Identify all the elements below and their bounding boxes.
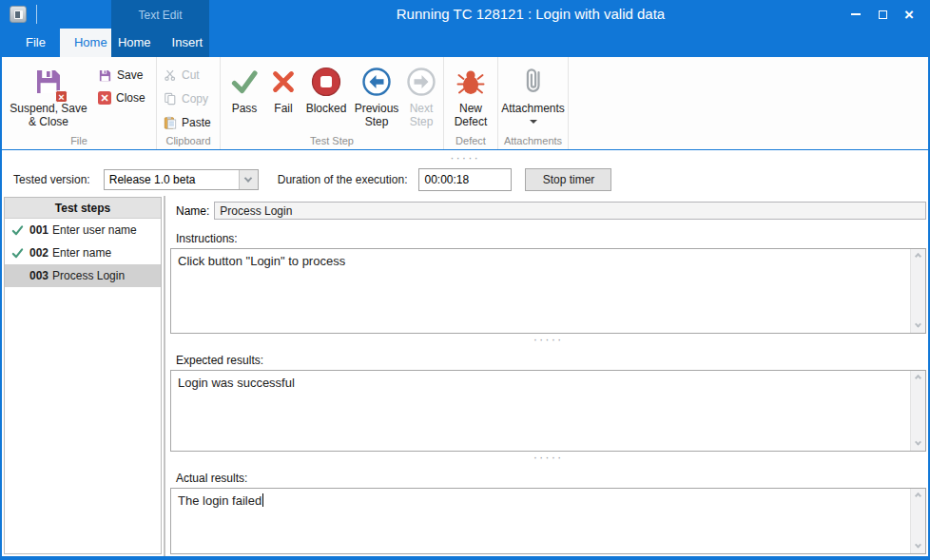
suspend-save-close-button[interactable]: × Suspend, Save & Close bbox=[5, 60, 92, 129]
actual-results-textbox[interactable]: The login failed bbox=[170, 488, 926, 554]
copy-icon bbox=[164, 92, 177, 106]
ribbon-group-clipboard: Cut Copy bbox=[157, 57, 221, 149]
titlebar-separator bbox=[36, 5, 37, 24]
suspend-x-badge: × bbox=[55, 90, 68, 103]
paperclip-icon bbox=[519, 64, 548, 100]
close-red-icon: ✕ bbox=[98, 91, 111, 105]
scroll-up-icon bbox=[915, 375, 921, 381]
next-step-icon bbox=[406, 64, 436, 100]
instructions-textbox[interactable]: Click button "Login" to process bbox=[170, 248, 926, 334]
close-icon: × bbox=[904, 7, 914, 23]
paste-button[interactable]: Paste bbox=[164, 113, 211, 132]
previous-step-button[interactable]: Previous Step bbox=[351, 60, 402, 129]
combo-dropdown-button[interactable] bbox=[239, 170, 258, 189]
fail-button[interactable]: Fail bbox=[265, 60, 301, 116]
execution-toolbar: Tested version: Duration of the executio… bbox=[2, 164, 928, 196]
step-number: 002 bbox=[29, 246, 48, 260]
instructions-label: Instructions: bbox=[176, 232, 926, 245]
pass-button[interactable]: Pass bbox=[223, 60, 265, 116]
maximize-icon bbox=[879, 10, 887, 19]
cut-label: Cut bbox=[182, 68, 200, 82]
tested-version-combobox[interactable] bbox=[104, 169, 259, 190]
previous-step-label: Previous Step bbox=[351, 103, 402, 129]
save-label: Save bbox=[117, 68, 143, 82]
section-splitter-handle[interactable]: ····· bbox=[170, 452, 926, 463]
window-controls: × bbox=[843, 0, 922, 29]
actual-results-label: Actual results: bbox=[176, 472, 926, 485]
maximize-button[interactable] bbox=[869, 0, 896, 29]
ribbon-group-attachments: Attachments Attachments bbox=[498, 57, 569, 149]
expected-results-scrollbar[interactable] bbox=[910, 371, 925, 451]
contextual-header: Text Edit bbox=[111, 0, 209, 29]
actual-results-scrollbar[interactable] bbox=[910, 489, 925, 553]
step-number: 001 bbox=[29, 223, 48, 237]
paste-icon bbox=[164, 116, 177, 129]
tab-file[interactable]: File bbox=[11, 29, 60, 57]
file-group-label: File bbox=[2, 133, 156, 149]
next-step-button[interactable]: Next Step bbox=[402, 60, 440, 129]
save-icon bbox=[98, 68, 112, 83]
attachments-group-label: Attachments bbox=[498, 133, 568, 149]
test-step-group-label: Test Step bbox=[221, 133, 443, 149]
scroll-up-icon bbox=[915, 253, 921, 260]
app-icon[interactable] bbox=[10, 6, 27, 23]
minimize-icon bbox=[851, 13, 861, 15]
ribbon-group-file: × Suspend, Save & Close bbox=[2, 57, 157, 149]
step-label: Process Login bbox=[52, 269, 125, 282]
ribbon-splitter-handle[interactable]: ····· bbox=[2, 152, 928, 164]
test-step-row-002[interactable]: 002 Enter name bbox=[5, 241, 161, 264]
tested-version-value[interactable] bbox=[105, 170, 258, 189]
tab-texedit-home[interactable]: Home bbox=[107, 29, 162, 57]
stop-timer-button[interactable]: Stop timer bbox=[525, 168, 611, 191]
ribbon: × Suspend, Save & Close bbox=[2, 57, 928, 150]
chevron-down-icon bbox=[244, 174, 252, 182]
close-test-button[interactable]: ✕ Close bbox=[98, 88, 145, 107]
close-label: Close bbox=[116, 91, 145, 105]
close-button[interactable]: × bbox=[896, 0, 922, 29]
step-label: Enter name bbox=[52, 246, 111, 260]
scissors-icon bbox=[164, 68, 177, 82]
main-content: Test steps 001 Enter user name 002 Enter… bbox=[2, 196, 928, 556]
name-label: Name: bbox=[176, 204, 209, 218]
minimize-button[interactable] bbox=[843, 0, 869, 29]
clipboard-group-label: Clipboard bbox=[157, 133, 220, 149]
instructions-text: Click button "Login" to process bbox=[171, 249, 925, 268]
instructions-scrollbar[interactable] bbox=[910, 249, 925, 333]
test-steps-header: Test steps bbox=[5, 198, 161, 219]
scroll-up-icon bbox=[915, 492, 921, 499]
next-step-label: Next Step bbox=[402, 103, 440, 129]
copy-button[interactable]: Copy bbox=[164, 89, 211, 108]
cut-button[interactable]: Cut bbox=[164, 66, 211, 85]
step-number: 003 bbox=[29, 269, 48, 282]
scroll-down-icon bbox=[915, 439, 921, 446]
tested-version-label: Tested version: bbox=[13, 173, 90, 186]
previous-step-icon bbox=[361, 64, 392, 100]
fail-label: Fail bbox=[274, 103, 292, 116]
defect-group-label: Defect bbox=[444, 133, 497, 149]
tab-texedit-insert[interactable]: Insert bbox=[162, 29, 214, 57]
scroll-down-icon bbox=[915, 542, 921, 549]
save-button[interactable]: Save bbox=[98, 66, 145, 85]
blocked-button[interactable]: Blocked bbox=[301, 60, 351, 116]
attachments-dropdown-icon bbox=[530, 120, 537, 124]
ribbon-group-test-step: Pass Fail Blocked bbox=[221, 57, 444, 149]
scroll-down-icon bbox=[915, 321, 921, 328]
step-label: Enter user name bbox=[52, 223, 137, 237]
duration-field[interactable] bbox=[418, 168, 512, 191]
attachments-button[interactable]: Attachments bbox=[501, 60, 565, 124]
new-defect-button[interactable]: New Defect bbox=[448, 60, 494, 129]
check-icon bbox=[5, 224, 29, 237]
section-splitter-handle[interactable]: ····· bbox=[170, 334, 926, 345]
duration-label: Duration of the execution: bbox=[278, 173, 408, 186]
suspend-save-icon: × bbox=[33, 64, 64, 100]
step-detail-panel: Name: Instructions: Click button "Login"… bbox=[166, 196, 928, 556]
paste-label: Paste bbox=[182, 116, 211, 129]
test-step-row-003[interactable]: 003 Process Login bbox=[5, 264, 161, 287]
blocked-label: Blocked bbox=[306, 103, 347, 116]
test-step-row-001[interactable]: 001 Enter user name bbox=[5, 219, 161, 241]
expected-results-textbox[interactable]: Login was successful bbox=[170, 370, 926, 452]
expected-results-label: Expected results: bbox=[176, 354, 926, 367]
step-name-field[interactable] bbox=[214, 202, 926, 220]
suspend-save-close-label: Suspend, Save & Close bbox=[5, 103, 92, 129]
bug-icon bbox=[455, 64, 486, 100]
